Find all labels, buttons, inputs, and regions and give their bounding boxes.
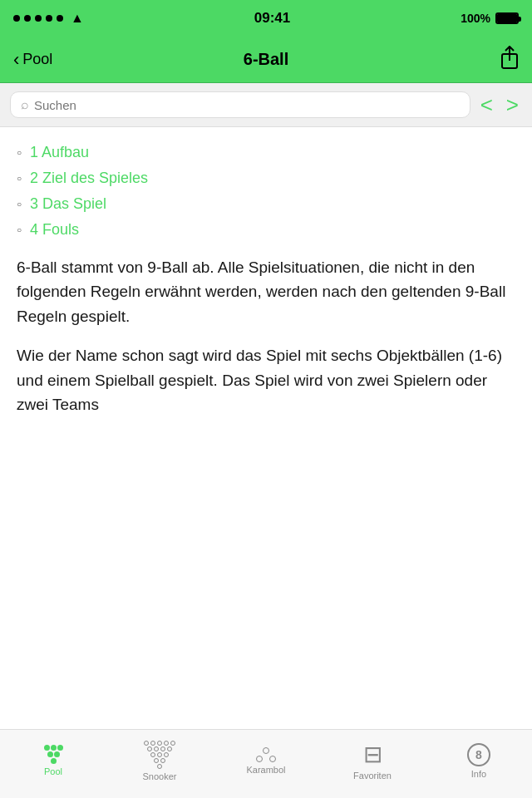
tab-bar: Pool xyxy=(0,729,532,798)
search-next-button[interactable]: > xyxy=(503,94,522,116)
toc-list: ○ 1 Aufbau ○ 2 Ziel des Spieles ○ 3 Das … xyxy=(17,144,515,239)
list-item: ○ 2 Ziel des Spieles xyxy=(17,170,515,187)
content-area: ○ 1 Aufbau ○ 2 Ziel des Spieles ○ 3 Das … xyxy=(0,127,532,732)
bullet-icon: ○ xyxy=(17,174,22,183)
back-label: Pool xyxy=(22,51,52,68)
karambol-icon xyxy=(256,747,276,762)
list-item: ○ 1 Aufbau xyxy=(17,144,515,161)
signal-dot xyxy=(24,15,31,22)
favoriten-icon: ⊟ xyxy=(363,741,382,768)
tab-info-label: Info xyxy=(471,769,486,779)
search-icon: ⌕ xyxy=(21,97,29,112)
tab-karambol[interactable]: Karambol xyxy=(213,730,319,798)
list-item: ○ 3 Das Spiel xyxy=(17,195,515,213)
bullet-icon: ○ xyxy=(17,148,22,157)
tab-info[interactable]: 8 Info xyxy=(426,730,532,798)
toc-link-3[interactable]: 3 Das Spiel xyxy=(30,195,106,213)
status-time: 09:41 xyxy=(254,10,290,27)
nav-bar: ‹ Pool 6-Ball xyxy=(0,37,532,83)
page-title: 6-Ball xyxy=(244,50,288,69)
article-paragraph-1: 6-Ball stammt von 9-Ball ab. Alle Spiels… xyxy=(17,255,515,328)
signal-indicators: ▲ xyxy=(13,11,84,26)
toc-link-1[interactable]: 1 Aufbau xyxy=(30,144,89,161)
battery-area: 100% xyxy=(461,12,519,25)
signal-dot xyxy=(46,15,52,22)
share-button[interactable] xyxy=(500,46,519,73)
status-bar: ▲ 09:41 100% xyxy=(0,0,532,37)
battery-icon xyxy=(495,12,519,24)
search-prev-button[interactable]: < xyxy=(477,94,496,116)
bullet-icon: ○ xyxy=(17,225,22,234)
back-chevron-icon: ‹ xyxy=(13,51,19,69)
article-paragraph-2: Wie der Name schon sagt wird das Spiel m… xyxy=(17,343,515,416)
tab-favoriten[interactable]: ⊟ Favoriten xyxy=(319,730,426,798)
back-button[interactable]: ‹ Pool xyxy=(13,51,52,69)
toc-link-2[interactable]: 2 Ziel des Spieles xyxy=(30,170,148,187)
tab-snooker[interactable]: Snooker xyxy=(106,730,213,798)
tab-karambol-label: Karambol xyxy=(246,765,285,775)
tab-pool[interactable]: Pool xyxy=(0,730,106,798)
list-item: ○ 4 Fouls xyxy=(17,221,515,239)
search-input[interactable] xyxy=(34,98,460,112)
search-input-wrap: ⌕ xyxy=(10,91,470,118)
tab-snooker-label: Snooker xyxy=(143,771,177,781)
info-icon: 8 xyxy=(467,743,490,766)
signal-dot xyxy=(35,15,42,22)
snooker-icon xyxy=(144,741,175,769)
tab-favoriten-label: Favoriten xyxy=(353,771,392,781)
signal-dot xyxy=(13,15,20,22)
toc-link-4[interactable]: 4 Fouls xyxy=(30,221,79,239)
pool-icon xyxy=(44,745,63,764)
tab-pool-label: Pool xyxy=(44,766,62,776)
signal-dot xyxy=(57,15,63,22)
wifi-icon: ▲ xyxy=(71,11,84,26)
bullet-icon: ○ xyxy=(17,200,22,209)
search-bar: ⌕ < > xyxy=(0,83,532,127)
battery-percent: 100% xyxy=(461,12,490,25)
